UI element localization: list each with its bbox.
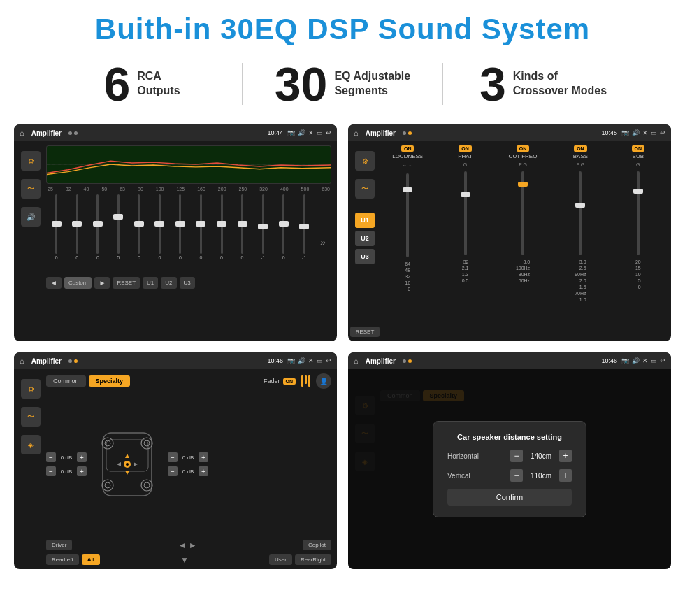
sub-slider[interactable] bbox=[637, 171, 640, 255]
vol-rr-plus[interactable]: + bbox=[199, 466, 208, 476]
eq-slider-10[interactable]: -1 bbox=[254, 194, 272, 271]
stat-rca: 6 RCA Outputs bbox=[42, 60, 242, 108]
status-dots-2 bbox=[403, 131, 412, 135]
phat-on[interactable]: ON bbox=[459, 145, 472, 152]
back-icon-4[interactable]: ↩ bbox=[660, 357, 665, 364]
eq-slider-3[interactable]: 5 bbox=[110, 194, 128, 271]
eq-slider-7[interactable]: 0 bbox=[192, 194, 210, 271]
vol-rl-plus[interactable]: + bbox=[77, 466, 87, 476]
eq-u3-btn[interactable]: U3 bbox=[180, 277, 195, 289]
svg-point-11 bbox=[144, 482, 150, 488]
eq-slider-1[interactable]: 0 bbox=[68, 194, 87, 271]
camera-icon-4: 📷 bbox=[621, 357, 629, 364]
horizontal-minus[interactable]: − bbox=[510, 450, 523, 462]
channel-cutfreq: ON CUT FREQ F G 3.0100Hz80Hz60Hz bbox=[496, 145, 550, 337]
btn-driver[interactable]: Driver bbox=[46, 540, 72, 550]
vol-fl-minus[interactable]: − bbox=[46, 452, 56, 462]
dot8 bbox=[408, 359, 412, 363]
tab-common[interactable]: Common bbox=[46, 375, 86, 387]
fader-profile-btn[interactable]: 👤 bbox=[316, 373, 331, 389]
vol-rr-minus[interactable]: − bbox=[168, 466, 178, 476]
loudness-slider[interactable] bbox=[406, 173, 409, 257]
fader-on-badge[interactable]: ON bbox=[283, 378, 296, 385]
vertical-plus[interactable]: + bbox=[559, 469, 572, 482]
vertical-minus[interactable]: − bbox=[510, 469, 523, 482]
eq-slider-11[interactable]: 0 bbox=[275, 194, 293, 271]
home-icon-3[interactable]: ⌂ bbox=[20, 357, 24, 365]
eq-slider-6[interactable]: 0 bbox=[171, 194, 189, 271]
cross-reset-btn[interactable]: RESET bbox=[350, 327, 380, 337]
horizontal-value: 140cm bbox=[527, 452, 555, 460]
eq-slider-8[interactable]: 0 bbox=[212, 194, 231, 271]
eq-sidebar: ⚙ 〜 🔊 bbox=[20, 145, 42, 337]
svg-point-9 bbox=[105, 482, 110, 488]
vol-fl-plus[interactable]: + bbox=[77, 452, 87, 462]
eq-wave-btn[interactable]: 〜 bbox=[21, 179, 41, 199]
tab-specialty[interactable]: Specialty bbox=[89, 375, 131, 387]
vol-fr-minus[interactable]: − bbox=[168, 452, 178, 462]
eq-slider-4[interactable]: 0 bbox=[130, 194, 148, 271]
svg-point-10 bbox=[141, 480, 152, 491]
confirm-button[interactable]: Confirm bbox=[447, 489, 572, 506]
vol-rl-minus[interactable]: − bbox=[46, 466, 56, 476]
btn-user[interactable]: User bbox=[269, 554, 292, 565]
loudness-on[interactable]: ON bbox=[401, 145, 414, 152]
bass-on[interactable]: ON bbox=[574, 145, 587, 152]
sub-on[interactable]: ON bbox=[632, 145, 645, 152]
vertical-control: − 110cm + bbox=[510, 469, 572, 482]
fader-bar2 bbox=[305, 375, 307, 384]
eq-slider-0[interactable]: 0 bbox=[48, 194, 66, 271]
screen-dialog: ⌂ Amplifier 10:46 📷 🔊 ✕ ▭ ↩ ⚙ 〜 bbox=[348, 352, 671, 569]
app-title-1: Amplifier bbox=[31, 129, 62, 137]
fader-bar1 bbox=[301, 375, 303, 387]
eq-filter-btn[interactable]: ⚙ bbox=[21, 151, 41, 171]
back-icon-1[interactable]: ↩ bbox=[326, 129, 331, 136]
eq-reset-btn[interactable]: RESET bbox=[113, 277, 140, 289]
eq-prev-btn[interactable]: ◄ bbox=[46, 277, 62, 289]
channel-phat: ON PHAT G 322.11.30.5 bbox=[438, 145, 492, 337]
fader-label: Fader bbox=[264, 378, 280, 385]
eq-u2-btn[interactable]: U2 bbox=[161, 277, 176, 289]
arrow-bottom[interactable]: ▼ bbox=[180, 555, 189, 565]
bottom-row-2: RearLeft All ▼ User RearRight bbox=[46, 554, 331, 565]
eq-slider-9[interactable]: 0 bbox=[233, 194, 252, 271]
eq-expand[interactable]: » bbox=[316, 212, 330, 271]
eq-play-btn[interactable]: ► bbox=[94, 277, 110, 289]
eq-slider-2[interactable]: 0 bbox=[89, 194, 107, 271]
fader-speaker-btn[interactable]: ◈ bbox=[21, 435, 41, 454]
btn-all[interactable]: All bbox=[82, 554, 100, 565]
u3-btn[interactable]: U3 bbox=[355, 249, 375, 264]
home-icon-2[interactable]: ⌂ bbox=[354, 129, 359, 137]
u1-btn[interactable]: U1 bbox=[355, 213, 375, 228]
btn-copilot[interactable]: Copilot bbox=[303, 540, 331, 550]
eq-u1-btn[interactable]: U1 bbox=[143, 277, 158, 289]
u2-btn[interactable]: U2 bbox=[355, 231, 375, 246]
vol-rl-val: 0 dB bbox=[58, 468, 75, 475]
fader-wave-btn[interactable]: 〜 bbox=[21, 407, 41, 427]
fader-filter-btn[interactable]: ⚙ bbox=[21, 379, 41, 399]
phat-slider[interactable] bbox=[464, 171, 467, 255]
back-icon-2[interactable]: ↩ bbox=[660, 129, 665, 136]
back-icon-3[interactable]: ↩ bbox=[326, 357, 331, 364]
time-3: 10:46 bbox=[267, 357, 283, 364]
btn-rearright[interactable]: RearRight bbox=[295, 554, 331, 565]
eq-speaker-btn[interactable]: 🔊 bbox=[21, 207, 41, 227]
cross-wave-btn[interactable]: 〜 bbox=[355, 179, 375, 199]
phat-label: PHAT bbox=[458, 153, 473, 159]
fader-bar3 bbox=[308, 375, 310, 387]
vol-fr-plus[interactable]: + bbox=[199, 452, 208, 462]
cutfreq-slider[interactable] bbox=[521, 171, 524, 255]
horizontal-plus[interactable]: + bbox=[559, 450, 572, 462]
btn-rearleft[interactable]: RearLeft bbox=[46, 554, 79, 565]
home-icon-4[interactable]: ⌂ bbox=[354, 357, 359, 365]
window-icon-2: ▭ bbox=[651, 129, 657, 136]
home-icon-1[interactable]: ⌂ bbox=[20, 129, 24, 137]
arrow-down[interactable]: ► bbox=[189, 540, 197, 550]
arrow-up[interactable]: ◄ bbox=[178, 540, 187, 550]
cross-filter-btn[interactable]: ⚙ bbox=[355, 151, 375, 171]
eq-slider-5[interactable]: 0 bbox=[151, 194, 169, 271]
bass-slider[interactable] bbox=[579, 171, 582, 255]
eq-slider-12[interactable]: -1 bbox=[295, 194, 313, 271]
status-dots-4 bbox=[403, 359, 412, 363]
cutfreq-on[interactable]: ON bbox=[517, 145, 530, 152]
